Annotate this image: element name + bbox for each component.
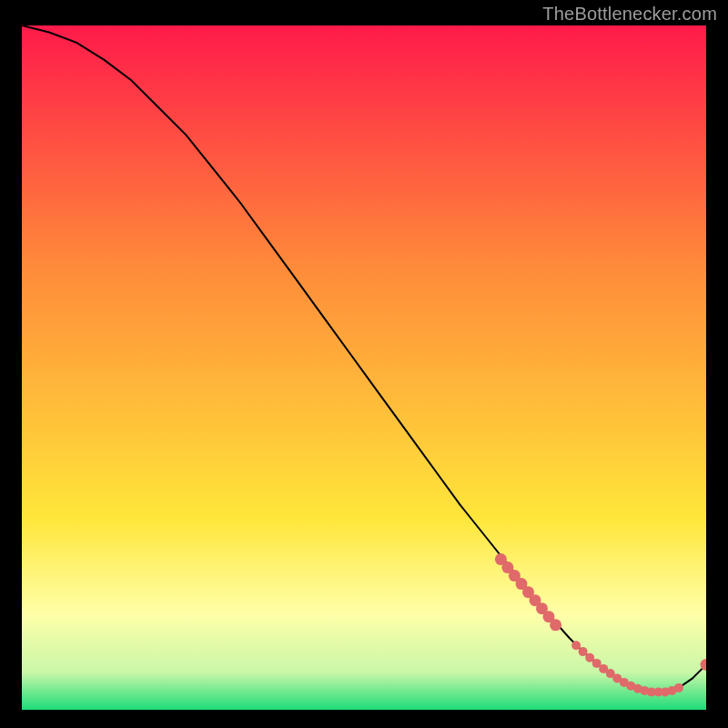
data-marker	[579, 647, 588, 656]
data-marker	[550, 619, 561, 631]
attribution-text: TheBottlenecker.com	[542, 4, 717, 25]
frame: TheBottlenecker.com	[0, 0, 728, 728]
gradient-background	[22, 25, 706, 710]
data-marker	[674, 683, 683, 693]
data-marker	[571, 641, 581, 650]
chart-svg	[22, 25, 706, 710]
chart-area	[22, 25, 706, 710]
